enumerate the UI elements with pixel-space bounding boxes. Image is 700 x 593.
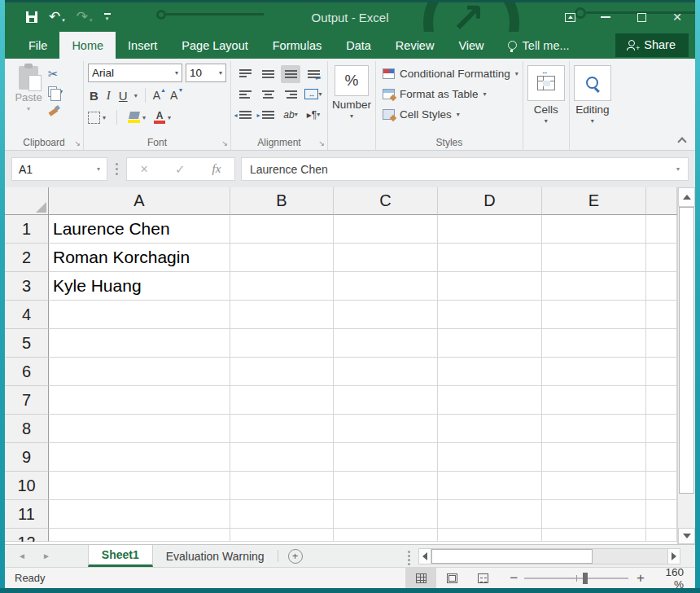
underline-button[interactable]: U [117, 89, 129, 103]
cell-C11[interactable] [334, 500, 438, 529]
decrease-indent-button[interactable] [235, 106, 255, 124]
increase-indent-button[interactable] [258, 106, 278, 124]
number-format-label[interactable]: Number [332, 99, 371, 111]
horizontal-scrollbar[interactable] [418, 548, 680, 564]
cell-E8[interactable] [542, 415, 646, 443]
cell-C4[interactable] [334, 301, 438, 329]
cell-E7[interactable] [542, 386, 646, 415]
confirm-entry-icon[interactable]: ✓ [175, 162, 186, 177]
cell-partial-row-3[interactable] [646, 272, 677, 301]
formula-bar-input[interactable]: Laurence Chen ▾ [241, 157, 689, 181]
format-painter-button[interactable] [48, 103, 79, 116]
cell-partial-row-7[interactable] [646, 386, 677, 415]
tab-review[interactable]: Review [383, 32, 447, 59]
increase-font-size-button[interactable]: A▲ [153, 89, 165, 102]
cell-A3[interactable]: Kyle Huang [49, 272, 230, 301]
vertical-scroll-thumb[interactable] [679, 207, 694, 494]
cell-D7[interactable] [438, 386, 542, 415]
font-dialog-launcher-icon[interactable]: ↘ [221, 140, 228, 147]
cell-D8[interactable] [438, 415, 542, 443]
row-header-5[interactable]: 5 [5, 329, 49, 358]
cell-partial-row-12[interactable] [646, 529, 677, 542]
row-header-7[interactable]: 7 [5, 386, 49, 415]
cell-E3[interactable] [542, 272, 646, 301]
cell-E10[interactable] [542, 472, 646, 500]
cells-dropdown-icon[interactable]: ▾ [527, 117, 565, 125]
cell-B1[interactable] [230, 215, 334, 244]
cell-A11[interactable] [49, 500, 230, 529]
row-header-9[interactable]: 9 [5, 443, 49, 472]
cell-E5[interactable] [542, 329, 646, 358]
scroll-left-button[interactable] [418, 548, 431, 564]
cell-D11[interactable] [438, 500, 542, 529]
cell-B11[interactable] [230, 500, 334, 529]
align-right-button[interactable] [281, 86, 300, 103]
font-color-button[interactable]: A▾ [154, 111, 171, 125]
cell-B5[interactable] [230, 329, 334, 358]
expand-formula-bar-icon[interactable]: ▾ [676, 165, 680, 173]
view-normal-button[interactable] [405, 568, 436, 588]
cell-B4[interactable] [230, 301, 334, 329]
editing-button[interactable] [574, 65, 611, 101]
cell-partial-row-11[interactable] [646, 500, 677, 529]
cell-B2[interactable] [230, 244, 334, 272]
tab-home[interactable]: Home [59, 32, 116, 59]
editing-label[interactable]: Editing [574, 103, 611, 116]
tab-scroll-splitter[interactable] [408, 555, 410, 557]
row-header-1[interactable]: 1 [5, 215, 49, 244]
scroll-up-button[interactable] [678, 187, 695, 207]
cell-D5[interactable] [438, 329, 542, 358]
tab-formulas[interactable]: Formulas [260, 32, 334, 59]
zoom-slider[interactable] [524, 573, 628, 584]
cell-partial-row-10[interactable] [646, 472, 677, 500]
tab-view[interactable]: View [446, 32, 496, 59]
scroll-down-button[interactable] [678, 528, 695, 544]
row-header-11[interactable]: 11 [5, 500, 49, 529]
tab-file[interactable]: File [16, 32, 59, 59]
column-header-partial[interactable] [646, 187, 677, 215]
view-page-break-button[interactable] [467, 568, 498, 588]
text-direction-dropdown-icon[interactable]: ▾ [317, 111, 320, 118]
percent-style-button[interactable]: % [335, 65, 369, 96]
cell-B6[interactable] [230, 358, 334, 386]
cell-C6[interactable] [334, 358, 438, 386]
cell-partial-row-4[interactable] [646, 301, 677, 329]
view-page-layout-button[interactable] [436, 568, 467, 588]
wrap-text-button[interactable] [304, 65, 323, 83]
orientation-button[interactable]: ab▾ [281, 106, 300, 124]
paste-button[interactable]: Paste ▾ [9, 64, 48, 116]
cell-E4[interactable] [542, 301, 646, 329]
cell-A4[interactable] [49, 301, 230, 329]
cell-partial-row-6[interactable] [646, 358, 677, 386]
row-header-6[interactable]: 6 [5, 358, 49, 386]
cell-A8[interactable] [49, 415, 230, 443]
tab-page-layout[interactable]: Page Layout [169, 32, 260, 59]
cell-D4[interactable] [438, 301, 542, 329]
sheet-nav-left-icon[interactable]: ◄ [18, 551, 26, 560]
share-button[interactable]: Share [615, 33, 689, 57]
cell-A1[interactable]: Laurence Chen [49, 215, 230, 244]
cell-C8[interactable] [334, 415, 438, 443]
cell-partial-row-2[interactable] [646, 244, 677, 272]
cell-B8[interactable] [230, 415, 334, 443]
format-as-table-button[interactable]: Format as Table ▾ [380, 84, 518, 104]
cell-E6[interactable] [542, 358, 646, 386]
ribbon-display-options-button[interactable] [552, 2, 588, 32]
clipboard-dialog-launcher-icon[interactable]: ↘ [74, 140, 81, 147]
tell-me-box[interactable]: Tell me... [497, 32, 581, 59]
font-size-dropdown-icon[interactable]: ▾ [216, 69, 222, 77]
fill-color-dropdown-icon[interactable]: ▾ [142, 114, 146, 121]
cell-D9[interactable] [438, 443, 542, 472]
horizontal-scroll-thumb[interactable] [431, 549, 593, 564]
align-center-button[interactable] [258, 86, 278, 103]
cell-A9[interactable] [49, 443, 230, 472]
cell-B7[interactable] [230, 386, 334, 415]
borders-dropdown-icon[interactable]: ▾ [103, 114, 106, 121]
select-all-corner[interactable] [5, 187, 49, 215]
cells-button[interactable] [527, 65, 565, 101]
cell-D6[interactable] [438, 358, 542, 386]
bold-button[interactable]: B [88, 89, 100, 103]
italic-button[interactable]: I [105, 89, 112, 103]
cell-C2[interactable] [334, 244, 438, 272]
column-header-D[interactable]: D [438, 187, 542, 215]
